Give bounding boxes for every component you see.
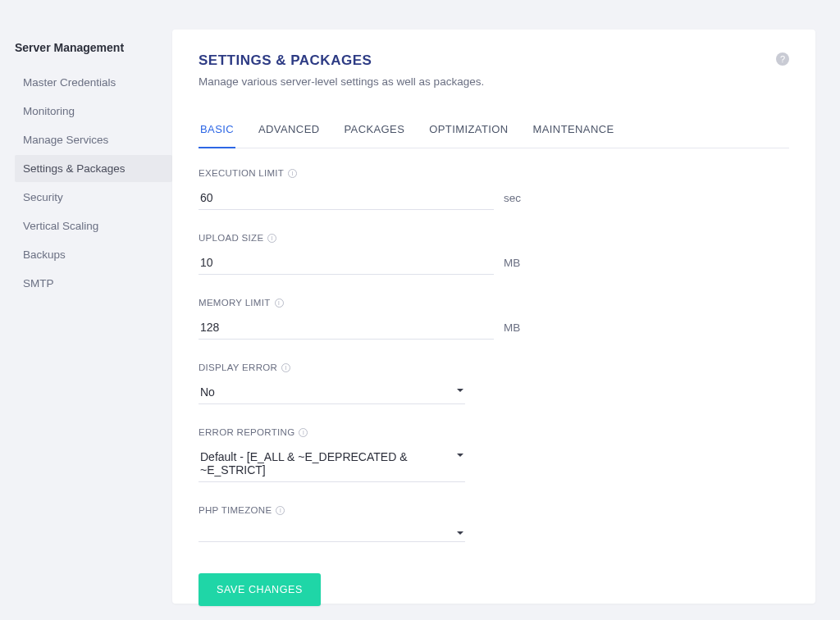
sidebar-title: Server Management — [15, 41, 172, 54]
info-icon[interactable]: i — [275, 299, 284, 308]
sidebar-item-monitoring[interactable]: Monitoring — [15, 98, 172, 125]
memory-limit-label: MEMORY LIMIT i — [199, 298, 527, 308]
error-reporting-label: ERROR REPORTING i — [199, 427, 527, 437]
sidebar-item-settings-packages[interactable]: Settings & Packages — [15, 155, 172, 182]
sidebar-item-vertical-scaling[interactable]: Vertical Scaling — [15, 212, 172, 239]
help-icon[interactable]: ? — [776, 52, 789, 66]
page-subtitle: Manage various server-level settings as … — [199, 75, 484, 88]
chevron-down-icon — [457, 531, 463, 535]
info-icon[interactable]: i — [281, 363, 290, 372]
tab-basic[interactable]: BASIC — [199, 113, 235, 148]
chevron-down-icon — [457, 389, 463, 392]
upload-size-input[interactable] — [199, 251, 494, 275]
info-icon[interactable]: i — [276, 506, 285, 515]
sidebar-list: Master Credentials Monitoring Manage Ser… — [15, 69, 172, 297]
execution-limit-unit: sec — [504, 192, 527, 204]
sidebar-item-security[interactable]: Security — [15, 184, 172, 211]
tabs: BASIC ADVANCED PACKAGES OPTIMIZATION MAI… — [199, 112, 789, 148]
sidebar-item-manage-services[interactable]: Manage Services — [15, 126, 172, 153]
error-reporting-select[interactable]: Default - [E_ALL & ~E_DEPRECATED & ~E_ST… — [199, 445, 465, 482]
execution-limit-label: EXECUTION LIMIT i — [199, 168, 527, 178]
info-icon[interactable]: i — [288, 169, 297, 178]
memory-limit-input[interactable] — [199, 316, 494, 340]
main: SETTINGS & PACKAGES Manage various serve… — [172, 0, 840, 620]
sidebar-item-backups[interactable]: Backups — [15, 241, 172, 268]
sidebar: Server Management Master Credentials Mon… — [0, 0, 172, 620]
sidebar-item-smtp[interactable]: SMTP — [15, 270, 172, 297]
save-changes-button[interactable]: SAVE CHANGES — [199, 573, 321, 606]
info-icon[interactable]: i — [299, 428, 308, 437]
execution-limit-input[interactable] — [199, 186, 494, 210]
php-timezone-label: PHP TIMEZONE i — [199, 505, 527, 515]
page-title: SETTINGS & PACKAGES — [199, 52, 484, 69]
display-error-label: DISPLAY ERROR i — [199, 362, 527, 372]
sidebar-item-master-credentials[interactable]: Master Credentials — [15, 69, 172, 96]
memory-limit-unit: MB — [504, 321, 527, 334]
tab-optimization[interactable]: OPTIMIZATION — [427, 113, 509, 148]
php-timezone-select[interactable] — [199, 523, 465, 542]
chevron-down-icon — [457, 454, 463, 457]
settings-card: SETTINGS & PACKAGES Manage various serve… — [172, 30, 815, 604]
tab-maintenance[interactable]: MAINTENANCE — [532, 113, 616, 148]
info-icon[interactable]: i — [267, 234, 276, 243]
tab-advanced[interactable]: ADVANCED — [257, 113, 321, 148]
upload-size-unit: MB — [504, 257, 527, 269]
upload-size-label: UPLOAD SIZE i — [199, 233, 527, 243]
tab-packages[interactable]: PACKAGES — [343, 113, 407, 148]
display-error-select[interactable]: No — [199, 381, 465, 404]
settings-form: EXECUTION LIMIT i sec UPLOAD SIZE i — [199, 168, 527, 620]
